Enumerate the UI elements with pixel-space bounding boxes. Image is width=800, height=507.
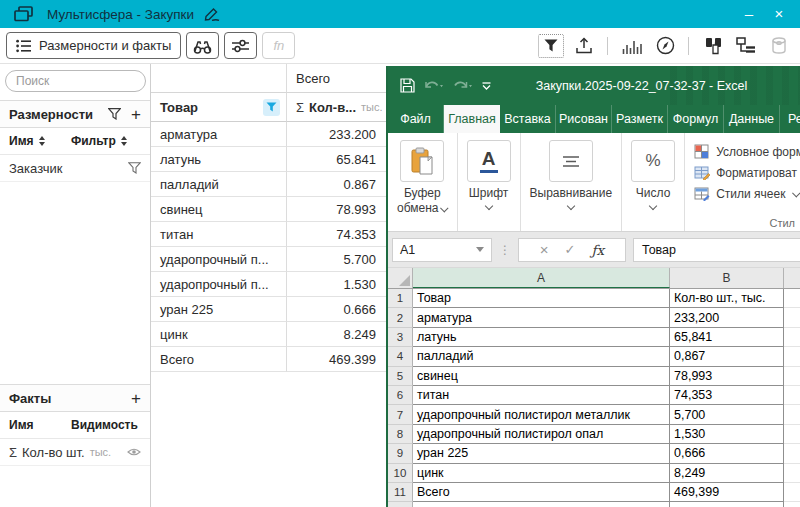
cell-a[interactable]: палладий	[413, 347, 670, 366]
cell-b[interactable]: 1,530	[670, 425, 784, 444]
enter-check-icon[interactable]: ✓	[565, 242, 576, 257]
fact-item-quantity[interactable]: Σ Кол-во шт. тыс.	[0, 439, 150, 466]
dimensions-filter-col[interactable]: Фильтр	[71, 134, 116, 148]
cell-a[interactable]: уран 225	[413, 444, 670, 463]
export-button[interactable]	[571, 34, 597, 58]
cell-rest[interactable]	[784, 502, 800, 507]
cell-a[interactable]: свинец	[413, 367, 670, 386]
cell-a[interactable]: арматура	[413, 308, 670, 327]
facts-name-col[interactable]: Имя	[9, 418, 34, 432]
dimensions-name-col[interactable]: Имя	[9, 134, 34, 148]
pivot-total-column-header[interactable]: Всего	[287, 64, 386, 93]
pivot-row[interactable]: Всего 469.399	[151, 347, 386, 372]
rename-pencil-icon[interactable]	[203, 7, 220, 21]
pivot-measure-header[interactable]: Σ Кол-в... тыс.	[287, 93, 386, 122]
ribbon-tab[interactable]: Главная	[444, 105, 500, 133]
formula-input[interactable]: Товар	[633, 238, 800, 262]
add-dimension-button[interactable]: +	[131, 106, 141, 123]
dimensions-facts-button[interactable]: Размерности и факты	[6, 32, 181, 59]
row-number[interactable]: 2	[388, 308, 413, 327]
sort-icon[interactable]	[121, 136, 127, 146]
cell-rest[interactable]	[784, 367, 800, 386]
name-box[interactable]: A1	[392, 238, 492, 262]
cell-rest[interactable]	[784, 464, 800, 483]
number-group[interactable]: % Число	[622, 133, 685, 231]
settings-sliders-button[interactable]	[224, 32, 257, 59]
ribbon-tab[interactable]: Разметк	[612, 105, 668, 133]
conditional-formatting-button[interactable]: Условное форм	[694, 141, 800, 162]
cell-b[interactable]: 0,867	[670, 347, 784, 366]
pivot-row-dimension-header[interactable]: Товар	[151, 93, 287, 122]
close-button[interactable]: ×	[764, 0, 794, 28]
alignment-group[interactable]: Выравнивание	[521, 133, 623, 231]
facts-visibility-col[interactable]: Видимость	[71, 418, 138, 432]
row-number[interactable]: 6	[388, 386, 413, 405]
number-format-button[interactable]: %	[631, 140, 675, 182]
pivot-row[interactable]: свинец 78.993	[151, 197, 386, 222]
cell-rest[interactable]	[784, 347, 800, 366]
pivot-row[interactable]: латунь 65.841	[151, 147, 386, 172]
cancel-icon[interactable]: ×	[540, 241, 549, 258]
font-group[interactable]: A Шрифт	[458, 133, 521, 231]
row-number[interactable]: 1	[388, 289, 413, 308]
item-filter-icon[interactable]	[128, 162, 141, 174]
ribbon-tab[interactable]: Формул	[668, 105, 724, 133]
cell-b[interactable]: 5,700	[670, 405, 784, 424]
cell-rest[interactable]	[784, 483, 800, 502]
insert-function-icon[interactable]: ƒx	[592, 242, 605, 258]
dimension-item-customer[interactable]: Заказчик	[0, 155, 150, 182]
cell-b[interactable]: 78,993	[670, 367, 784, 386]
cell-b[interactable]: 74,353	[670, 386, 784, 405]
select-all-corner[interactable]	[388, 268, 413, 288]
pivot-row[interactable]: уран 225 0.666	[151, 297, 386, 322]
minimize-button[interactable]: –	[734, 0, 764, 28]
row-number[interactable]: 4	[388, 347, 413, 366]
row-number[interactable]: 3	[388, 328, 413, 347]
row-number[interactable]: 5	[388, 367, 413, 386]
cell-a[interactable]	[413, 502, 670, 507]
chart-button[interactable]	[619, 34, 645, 58]
qat-customize-icon[interactable]	[482, 82, 491, 90]
clipboard-group[interactable]: Буфер обмена	[388, 133, 458, 231]
cell-rest[interactable]	[784, 444, 800, 463]
cell-rest[interactable]	[784, 289, 800, 308]
name-box-dropdown-icon[interactable]	[476, 247, 484, 252]
navigation-compass-button[interactable]	[652, 34, 678, 58]
structure-button[interactable]	[733, 34, 759, 58]
search-input[interactable]	[5, 70, 146, 92]
cell-b[interactable]: 8,249	[670, 464, 784, 483]
cell-a[interactable]: ударопрочный полистирол металлик	[413, 405, 670, 424]
pivot-row[interactable]: ударопрочный п... 1.530	[151, 272, 386, 297]
pivot-filter-icon[interactable]	[263, 99, 280, 116]
pivot-row[interactable]: палладий 0.867	[151, 172, 386, 197]
cell-b[interactable]: 233,200	[670, 308, 784, 327]
row-number[interactable]: 12	[388, 502, 413, 507]
pivot-row[interactable]: арматура 233.200	[151, 122, 386, 147]
cell-rest[interactable]	[784, 386, 800, 405]
format-as-table-button[interactable]: Форматироват	[694, 162, 797, 183]
cell-rest[interactable]	[784, 308, 800, 327]
cell-a[interactable]: титан	[413, 386, 670, 405]
cell-rest[interactable]	[784, 405, 800, 424]
row-number[interactable]: 8	[388, 425, 413, 444]
cell-a[interactable]: Всего	[413, 483, 670, 502]
ribbon-tab[interactable]: Рецензи	[780, 105, 800, 133]
cell-rest[interactable]	[784, 328, 800, 347]
cell-b[interactable]: 65,841	[670, 328, 784, 347]
pivot-row[interactable]: цинк 8.249	[151, 322, 386, 347]
cell-styles-button[interactable]: Стили ячеек	[694, 183, 800, 204]
copy-sphere-button[interactable]	[700, 34, 726, 58]
alignment-button[interactable]	[549, 140, 593, 182]
cell-b[interactable]: 469,399	[670, 483, 784, 502]
add-fact-button[interactable]: +	[131, 390, 141, 407]
visibility-eye-icon[interactable]	[127, 447, 141, 457]
cell-b[interactable]: Кол-во шт., тыс.	[670, 289, 784, 308]
pivot-row[interactable]: ударопрочный п... 5.700	[151, 247, 386, 272]
cell-a[interactable]: цинк	[413, 464, 670, 483]
sort-icon[interactable]	[39, 136, 45, 146]
search-values-button[interactable]	[186, 32, 219, 59]
ribbon-tab[interactable]: Рисован	[556, 105, 612, 133]
column-header-b[interactable]: B	[670, 268, 784, 288]
cell-b[interactable]: 0,666	[670, 444, 784, 463]
filter-selection-button[interactable]	[538, 34, 564, 58]
